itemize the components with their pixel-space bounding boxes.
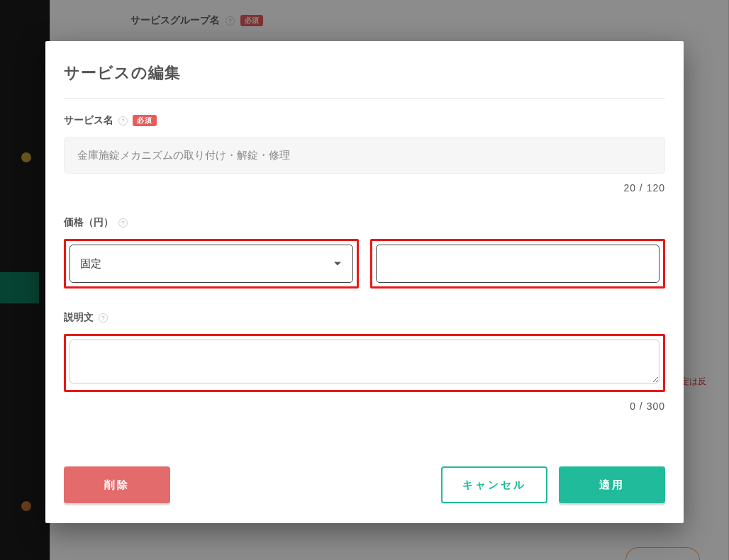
cancel-button[interactable]: キャンセル <box>441 466 547 503</box>
price-value-input[interactable] <box>376 245 660 283</box>
apply-button[interactable]: 適用 <box>559 466 665 503</box>
help-icon[interactable]: ? <box>118 116 128 125</box>
divider <box>64 98 665 99</box>
price-type-select[interactable]: 固定 <box>69 245 353 283</box>
price-type-highlight: 固定 <box>64 239 359 289</box>
help-icon[interactable]: ? <box>118 218 128 228</box>
modal-button-row: 削除 キャンセル 適用 <box>64 466 665 503</box>
service-name-label: サービス名 <box>64 114 113 127</box>
help-icon[interactable]: ? <box>99 313 108 323</box>
description-label: 説明文 <box>64 311 94 324</box>
service-name-counter: 20 / 120 <box>64 182 665 194</box>
delete-button[interactable]: 削除 <box>64 466 170 503</box>
description-counter: 0 / 300 <box>64 401 665 412</box>
required-badge: 必須 <box>133 115 157 126</box>
price-label-row: 価格（円） ? <box>64 216 665 229</box>
price-type-value: 固定 <box>80 257 101 271</box>
description-label-row: 説明文 ? <box>64 311 665 324</box>
price-label: 価格（円） <box>64 216 113 229</box>
description-highlight <box>64 334 665 392</box>
edit-service-modal: サービスの編集 サービス名 ? 必須 20 / 120 価格（円） ? 固定 <box>45 41 684 523</box>
service-name-label-row: サービス名 ? 必須 <box>64 114 665 127</box>
service-name-input[interactable] <box>64 137 665 174</box>
price-value-highlight <box>370 239 665 289</box>
modal-title: サービスの編集 <box>64 62 665 84</box>
description-textarea[interactable] <box>69 340 660 383</box>
caret-down-icon <box>334 262 341 266</box>
